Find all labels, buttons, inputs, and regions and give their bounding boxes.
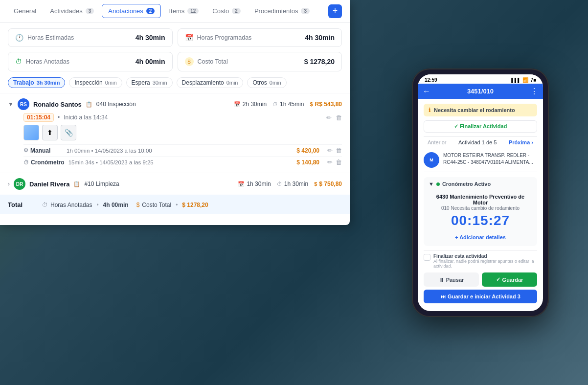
tab-general[interactable]: General bbox=[8, 4, 42, 18]
horas-anotadas-value: 4h 00min bbox=[136, 58, 165, 66]
main-panel: General Actividades 3 Anotaciones 2 Item… bbox=[0, 0, 350, 225]
calendar-metric-icon: 📅 bbox=[234, 101, 241, 108]
pause-button[interactable]: ⏸ Pausar bbox=[424, 272, 479, 287]
horas-estimadas-card: 🕐 Horas Estimadas 4h 30min bbox=[8, 28, 173, 47]
phone-back-button[interactable]: ← bbox=[423, 87, 430, 96]
horas-programadas-card: 📅 Horas Programadas 4h 30min bbox=[178, 28, 342, 47]
phone-finalize-button[interactable]: ✓ Finalizar Actividad bbox=[424, 120, 537, 133]
tab-items[interactable]: Items 12 bbox=[163, 4, 204, 18]
save-button[interactable]: ✓ Guardar bbox=[482, 272, 537, 287]
horas-programadas-value: 4h 30min bbox=[305, 34, 335, 42]
log-manual: ⚙ Manual 1h 00min • 14/05/2023 a las 10:… bbox=[23, 144, 342, 156]
ronaldo-tag: 040 Inspección bbox=[96, 101, 136, 108]
finalize-label: Finalizar esta actividad bbox=[433, 253, 537, 259]
ronaldo-details: 01:15:04 • Inició a las 14:34 ✏ 🗑 ⬆ 📎 bbox=[8, 110, 342, 168]
tag-icon-daniel: 📋 bbox=[73, 181, 80, 187]
phone-frame: 12:59 ▌▌▌ 📶 7■ ← 3451/010 ⋮ ℹ Necesita c… bbox=[412, 68, 549, 317]
timer-icon: ⏱ bbox=[15, 58, 22, 66]
timer-icon-daniel: ⏱ bbox=[277, 181, 282, 187]
timer-time: 00:15:27 bbox=[429, 213, 532, 228]
phone-more-button[interactable]: ⋮ bbox=[530, 87, 538, 96]
signal-icon: ▌▌▌ bbox=[511, 78, 520, 83]
tab-costo[interactable]: Costo 2 bbox=[206, 4, 247, 18]
tabs-bar: General Actividades 3 Anotaciones 2 Item… bbox=[0, 0, 350, 23]
avatar-daniel: DR bbox=[14, 178, 25, 190]
filter-trabajo[interactable]: Trabajo 3h 30min bbox=[8, 77, 65, 88]
photo-thumb-1[interactable] bbox=[23, 125, 39, 140]
phone-mockup: 12:59 ▌▌▌ 📶 7■ ← 3451/010 ⋮ ℹ Necesita c… bbox=[387, 68, 573, 317]
pause-icon: ⏸ bbox=[439, 277, 444, 283]
cal-icon-daniel: 📅 bbox=[238, 181, 245, 187]
daniel-scheduled-hours: 📅 1h 30min bbox=[238, 181, 271, 187]
expand-ronaldo-chevron[interactable]: ▼ bbox=[8, 101, 14, 108]
next-activity-button[interactable]: ⏭ Guardar e iniciar Actividad 3 bbox=[424, 290, 537, 303]
filter-desplazamiento[interactable]: Desplazamiento 0min bbox=[177, 77, 244, 88]
cronometro-type-icon: ⏱ bbox=[23, 159, 29, 165]
daniel-tag: #10 Limpieza bbox=[84, 181, 119, 187]
finalize-section: Finalizar esta actividad Al finalizar, n… bbox=[424, 250, 537, 306]
tab-anotaciones[interactable]: Anotaciones 2 bbox=[102, 4, 161, 18]
manual-type-icon: ⚙ bbox=[23, 147, 28, 154]
edit-timer-icon[interactable]: ✏ bbox=[326, 114, 332, 121]
wo-title: 6430 Mantenimiento Preventivo de Motor bbox=[429, 194, 532, 205]
tab-actividades[interactable]: Actividades 3 bbox=[44, 4, 100, 18]
manual-log-cost: $ 420,00 bbox=[296, 147, 319, 154]
phone-status-bar: 12:59 ▌▌▌ 📶 7■ bbox=[418, 74, 543, 84]
total-cost-icon: $ bbox=[136, 202, 140, 208]
wo-subtitle: 010 Necesita cambio de rodamiento bbox=[429, 205, 532, 211]
ronaldo-cost: $ R$ 543,80 bbox=[310, 101, 342, 108]
ronaldo-logged-hours: ⏱ 1h 45min bbox=[272, 101, 304, 108]
phone-title: 3451/010 bbox=[433, 88, 527, 95]
cronometro-section: ▼ Cronómetro Activo 6430 Mantenimiento P… bbox=[424, 177, 537, 246]
photo-thumb-2[interactable]: ⬆ bbox=[42, 125, 58, 140]
nav-proxima[interactable]: Próxima › bbox=[509, 139, 533, 145]
add-tab-button[interactable]: + bbox=[328, 4, 342, 18]
edit-manual-icon[interactable]: ✏ bbox=[327, 147, 333, 154]
edit-cronometro-icon[interactable]: ✏ bbox=[327, 159, 333, 166]
activity-daniel: › DR Daniel Rivera 📋 #10 Limpieza 📅 1h 3… bbox=[0, 173, 350, 195]
activities-list: ▼ RS Ronaldo Santos 📋 040 Inspección 📅 2… bbox=[0, 93, 350, 195]
delete-timer-icon[interactable]: 🗑 bbox=[336, 114, 342, 121]
phone-screen: 12:59 ▌▌▌ 📶 7■ ← 3451/010 ⋮ ℹ Necesita c… bbox=[418, 74, 543, 311]
phone-nav: Anterior Actividad 1 de 5 Próxima › bbox=[424, 136, 537, 148]
total-hours-metric: ⏱ Horas Anotadas • 4h 00min bbox=[42, 202, 129, 208]
cost-metric-icon: $ bbox=[310, 101, 313, 107]
filter-otros[interactable]: Otros 0min bbox=[247, 77, 286, 88]
finalize-checkbox[interactable] bbox=[424, 254, 430, 261]
check-icon: ✓ bbox=[496, 276, 500, 283]
filter-espera[interactable]: Espera 30min bbox=[126, 77, 173, 88]
add-details-button[interactable]: + Adicionar detalles bbox=[429, 232, 532, 242]
motor-section: M MOTOR ESTEIRA TRANSP. REDLER - RC44-25… bbox=[424, 152, 537, 172]
alert-icon: ℹ bbox=[429, 107, 431, 113]
action-buttons: ⏸ Pausar ✓ Guardar bbox=[424, 272, 537, 287]
attachment-icon[interactable]: 📎 bbox=[61, 125, 76, 140]
motor-text: MOTOR ESTEIRA TRANSP. REDLER - RC44-25C … bbox=[443, 152, 537, 168]
horas-estimadas-value: 4h 30min bbox=[136, 34, 165, 42]
cronometro-log-cost: $ 140,80 bbox=[296, 159, 319, 166]
costo-total-card: $ Costo Total $ 1278,20 bbox=[178, 52, 342, 71]
activity-ronaldo: ▼ RS Ronaldo Santos 📋 040 Inspección 📅 2… bbox=[0, 93, 350, 173]
nav-anterior[interactable]: Anterior bbox=[428, 139, 447, 145]
total-row: Total ⏱ Horas Anotadas • 4h 00min $ Cost… bbox=[0, 195, 350, 214]
costo-total-value: $ 1278,20 bbox=[304, 58, 335, 66]
wifi-icon: 📶 bbox=[522, 77, 528, 83]
tag-icon-ronaldo: 📋 bbox=[86, 101, 92, 108]
alert-text: Necesita cambiar el rodamiento bbox=[434, 107, 515, 113]
manual-log-details: 1h 00min • 14/05/2023 a las 10:00 bbox=[67, 148, 293, 154]
daniel-name: Daniel Rivera bbox=[29, 181, 69, 188]
cronometro-log-details: 15min 34s • 14/05/2023 a las 9:25 bbox=[68, 159, 293, 165]
chevron-cronometro[interactable]: ▼ bbox=[429, 181, 434, 187]
tab-procedimientos[interactable]: Procedimientos 3 bbox=[249, 4, 316, 18]
calendar-icon: 📅 bbox=[185, 34, 193, 42]
filter-inspeccion[interactable]: Inspección 0min bbox=[69, 77, 122, 88]
dollar-icon: $ bbox=[185, 57, 194, 66]
expand-daniel-chevron[interactable]: › bbox=[8, 181, 10, 187]
active-timer-badge: 01:15:04 bbox=[23, 113, 54, 122]
log-cronometro: ⏱ Cronómetro 15min 34s • 14/05/2023 a la… bbox=[23, 156, 342, 168]
ronaldo-name: Ronaldo Santos bbox=[33, 101, 82, 108]
delete-cronometro-icon[interactable]: 🗑 bbox=[336, 159, 342, 166]
filter-pills: Trabajo 3h 30min Inspección 0min Espera … bbox=[0, 77, 350, 93]
phone-top-bar: ← 3451/010 ⋮ bbox=[418, 84, 543, 99]
clock-icon: 🕐 bbox=[15, 34, 23, 42]
delete-manual-icon[interactable]: 🗑 bbox=[336, 147, 342, 154]
